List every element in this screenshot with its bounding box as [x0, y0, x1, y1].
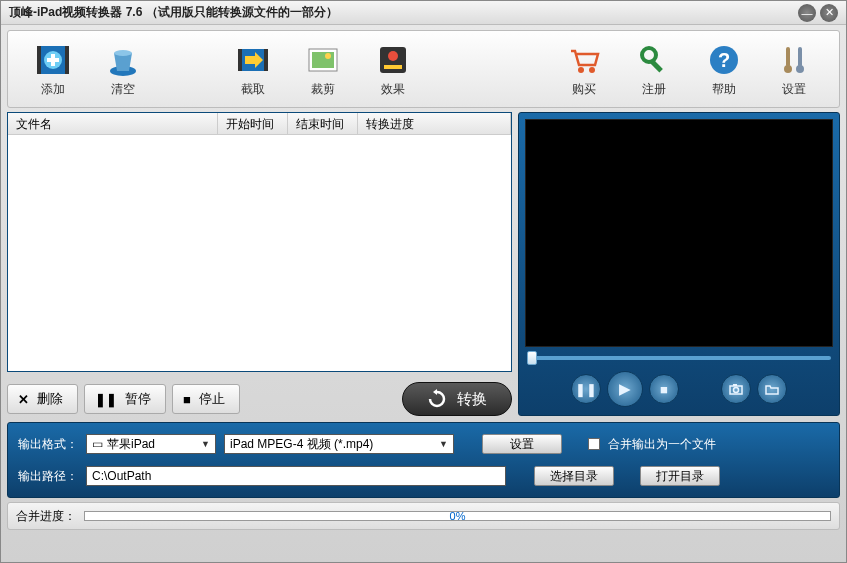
svg-point-7: [114, 50, 132, 56]
player-play-button[interactable]: ▶: [607, 371, 643, 407]
crop-icon: [304, 41, 342, 79]
svg-rect-1: [37, 46, 41, 74]
svg-point-19: [642, 48, 656, 62]
help-label: 帮助: [712, 81, 736, 98]
delete-button[interactable]: ✕删除: [7, 384, 78, 414]
choose-dir-button[interactable]: 选择目录: [534, 466, 614, 486]
open-dir-button[interactable]: 打开目录: [640, 466, 720, 486]
buy-icon: [565, 41, 603, 79]
snapshot-button[interactable]: [721, 374, 751, 404]
svg-text:?: ?: [718, 49, 730, 71]
preview-panel: ❚❚ ▶ ■: [518, 112, 840, 416]
slider-thumb[interactable]: [527, 351, 537, 365]
svg-point-26: [796, 65, 804, 73]
svg-point-25: [784, 65, 792, 73]
chevron-down-icon: ▼: [201, 439, 210, 449]
x-icon: ✕: [18, 392, 29, 407]
settings-button[interactable]: 设置: [759, 41, 829, 98]
svg-point-28: [734, 388, 739, 393]
svg-rect-5: [47, 58, 59, 62]
format-label: 输出格式：: [18, 436, 78, 453]
app-window: 顶峰-iPad视频转换器 7.6 （试用版只能转换源文件的一部分） — ✕ 添加…: [0, 0, 847, 563]
titlebar: 顶峰-iPad视频转换器 7.6 （试用版只能转换源文件的一部分） — ✕: [1, 1, 846, 25]
player-pause-button[interactable]: ❚❚: [571, 374, 601, 404]
window-title: 顶峰-iPad视频转换器 7.6 （试用版只能转换源文件的一部分）: [9, 4, 794, 21]
svg-rect-16: [384, 65, 402, 69]
buy-label: 购买: [572, 81, 596, 98]
file-list[interactable]: 文件名 开始时间 结束时间 转换进度: [7, 112, 512, 372]
video-preview: [525, 119, 833, 347]
col-end[interactable]: 结束时间: [288, 113, 358, 134]
codec-select[interactable]: iPad MPEG-4 视频 (*.mp4) ▼: [224, 434, 454, 454]
player-stop-button[interactable]: ■: [649, 374, 679, 404]
main-toolbar: 添加 清空 截取 裁剪 效果 购买 注册 ? 帮助: [7, 30, 840, 108]
svg-point-18: [589, 67, 595, 73]
progress-value: 0%: [450, 510, 466, 522]
clear-icon: [104, 41, 142, 79]
footer: 合并进度： 0%: [7, 502, 840, 530]
svg-rect-12: [312, 52, 334, 68]
pause-button[interactable]: ❚❚暂停: [84, 384, 166, 414]
seek-slider[interactable]: [525, 347, 833, 369]
stop-button[interactable]: ■停止: [172, 384, 240, 414]
svg-point-15: [388, 51, 398, 61]
open-folder-button[interactable]: [757, 374, 787, 404]
pause-icon: ❚❚: [95, 392, 117, 407]
add-icon: [34, 41, 72, 79]
close-button[interactable]: ✕: [820, 4, 838, 22]
list-header: 文件名 开始时间 结束时间 转换进度: [8, 113, 511, 135]
svg-rect-24: [798, 47, 802, 67]
format-settings-button[interactable]: 设置: [482, 434, 562, 454]
merge-progress-bar: 0%: [84, 511, 831, 521]
device-icon: ▭: [92, 437, 103, 451]
merge-checkbox[interactable]: [588, 438, 600, 450]
svg-rect-9: [238, 49, 242, 71]
effect-label: 效果: [381, 81, 405, 98]
output-panel: 输出格式： ▭ 苹果iPad ▼ iPad MPEG-4 视频 (*.mp4) …: [7, 422, 840, 498]
col-start[interactable]: 开始时间: [218, 113, 288, 134]
buy-button[interactable]: 购买: [549, 41, 619, 98]
crop-button[interactable]: 裁剪: [288, 41, 358, 98]
capture-label: 截取: [241, 81, 265, 98]
register-label: 注册: [642, 81, 666, 98]
path-label: 输出路径：: [18, 468, 78, 485]
minimize-button[interactable]: —: [798, 4, 816, 22]
effect-icon: [374, 41, 412, 79]
crop-label: 裁剪: [311, 81, 335, 98]
convert-button[interactable]: 转换: [402, 382, 512, 416]
svg-point-13: [325, 53, 331, 59]
chevron-down-icon: ▼: [439, 439, 448, 449]
add-label: 添加: [41, 81, 65, 98]
capture-button[interactable]: 截取: [218, 41, 288, 98]
svg-rect-10: [264, 49, 268, 71]
svg-rect-23: [786, 47, 790, 67]
refresh-icon: [427, 389, 447, 409]
merge-label: 合并输出为一个文件: [608, 436, 716, 453]
svg-rect-2: [65, 46, 69, 74]
help-icon: ?: [705, 41, 743, 79]
device-select[interactable]: ▭ 苹果iPad ▼: [86, 434, 216, 454]
effect-button[interactable]: 效果: [358, 41, 428, 98]
settings-label: 设置: [782, 81, 806, 98]
col-filename[interactable]: 文件名: [8, 113, 218, 134]
register-icon: [635, 41, 673, 79]
svg-point-17: [578, 67, 584, 73]
col-progress[interactable]: 转换进度: [358, 113, 511, 134]
clear-button[interactable]: 清空: [88, 41, 158, 98]
help-button[interactable]: ? 帮助: [689, 41, 759, 98]
progress-label: 合并进度：: [16, 508, 76, 525]
capture-icon: [234, 41, 272, 79]
register-button[interactable]: 注册: [619, 41, 689, 98]
clear-label: 清空: [111, 81, 135, 98]
svg-rect-20: [649, 59, 662, 72]
add-button[interactable]: 添加: [18, 41, 88, 98]
settings-icon: [775, 41, 813, 79]
path-input[interactable]: C:\OutPath: [86, 466, 506, 486]
stop-icon: ■: [183, 392, 191, 407]
svg-rect-29: [733, 384, 737, 386]
